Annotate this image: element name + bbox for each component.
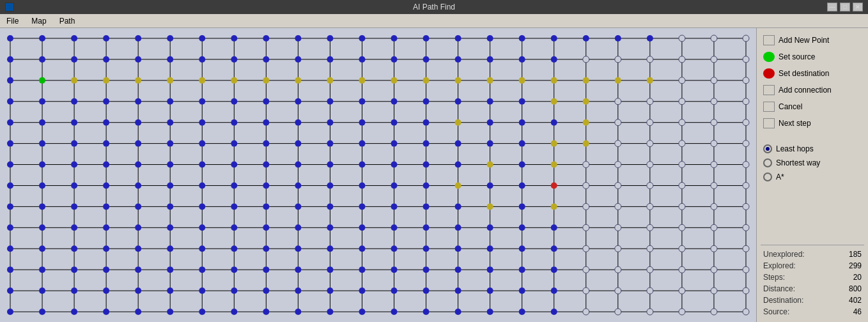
title-bar-buttons: — □ ✕ [827,3,863,12]
add-new-point-label: Add New Point [779,36,829,45]
close-button[interactable]: ✕ [853,3,863,12]
app-icon [5,3,14,12]
maximize-button[interactable]: □ [840,3,850,12]
source-stat: Source: 46 [761,307,864,317]
cancel-icon [763,102,775,112]
add-new-point-icon [763,35,775,45]
title-bar-left [5,3,14,12]
title-bar: AI Path Find — □ ✕ [0,0,868,14]
add-new-point-button[interactable]: Add New Point [761,33,864,47]
cancel-button[interactable]: Cancel [761,100,864,114]
a-star-radio-circle [763,172,772,181]
destination-value: 402 [849,296,862,305]
a-star-radio[interactable]: A* [761,171,864,183]
menu-file[interactable]: File [3,15,22,27]
add-connection-icon [763,85,775,95]
sidebar: Add New Point Set source Set destination… [756,28,868,322]
add-connection-button[interactable]: Add connection [761,83,864,97]
window-title: AI Path Find [413,3,455,12]
sidebar-divider [761,133,864,138]
steps-label: Steps: [763,273,785,282]
shortest-way-label: Shortest way [776,158,820,167]
destination-label: Destination: [763,296,803,305]
set-destination-button[interactable]: Set destination [761,66,864,80]
menu-path[interactable]: Path [56,15,79,27]
set-destination-icon [763,68,775,79]
steps-stat: Steps: 20 [761,272,864,282]
a-star-label: A* [776,172,784,181]
explored-stat: Explored: 299 [761,261,864,271]
next-step-button[interactable]: Next step [761,116,864,130]
least-hops-label: Least hops [776,144,814,153]
source-value: 46 [853,307,862,316]
unexplored-label: Unexplored: [763,250,805,259]
menu-bar: File Map Path [0,14,868,28]
add-connection-label: Add connection [779,86,832,95]
set-source-label: Set source [779,52,815,61]
menu-map[interactable]: Map [27,15,50,27]
explored-value: 299 [849,261,862,270]
grid-canvas [0,28,756,322]
destination-stat: Destination: 402 [761,295,864,305]
distance-value: 800 [849,284,862,293]
least-hops-radio[interactable]: Least hops [761,143,864,155]
steps-value: 20 [853,273,862,282]
shortest-way-radio[interactable]: Shortest way [761,157,864,169]
shortest-way-radio-circle [763,158,772,167]
algorithm-radio-group: Least hops Shortest way A* [761,143,864,183]
unexplored-value: 185 [849,250,862,259]
distance-label: Distance: [763,284,795,293]
distance-stat: Distance: 800 [761,284,864,294]
canvas-area [0,28,756,322]
source-label: Source: [763,307,789,316]
unexplored-stat: Unexplored: 185 [761,249,864,259]
next-step-label: Next step [779,119,811,128]
set-source-icon [763,52,775,62]
next-step-icon [763,118,775,128]
least-hops-radio-circle [763,144,772,153]
minimize-button[interactable]: — [827,3,837,12]
set-destination-label: Set destination [779,69,829,78]
main-area: Add New Point Set source Set destination… [0,28,868,322]
set-source-button[interactable]: Set source [761,50,864,64]
stats-section: Unexplored: 185 Explored: 299 Steps: 20 … [761,245,864,317]
explored-label: Explored: [763,261,796,270]
cancel-label: Cancel [779,102,802,111]
